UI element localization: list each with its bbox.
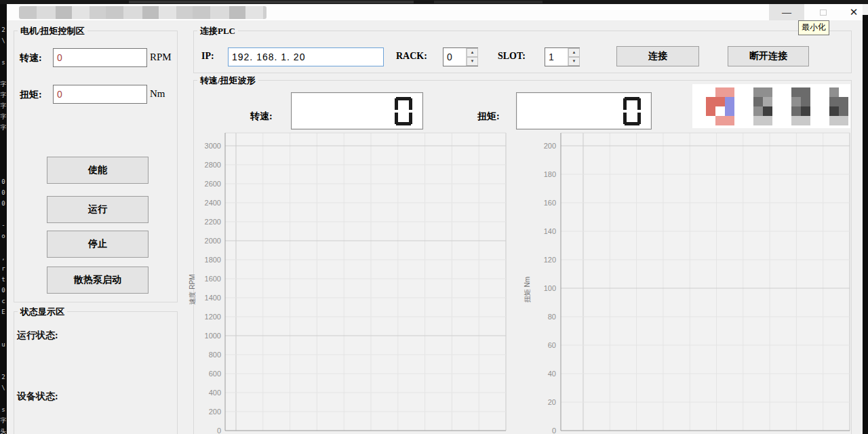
background-top-segment xyxy=(434,1,542,3)
background-top-strip xyxy=(0,0,868,4)
torque-input[interactable] xyxy=(53,85,147,104)
torque-display-label: 扭矩: xyxy=(477,111,500,123)
speed-seven-segment-display xyxy=(291,92,423,130)
stepper-down-button[interactable]: ▼ xyxy=(467,57,478,66)
speed-display-label: 转速: xyxy=(250,111,273,123)
speed-label: 转速: xyxy=(20,52,42,64)
stepper-arrows: ▲ ▼ xyxy=(568,48,579,66)
speed-input[interactable] xyxy=(53,48,147,67)
group-title: 连接PLC xyxy=(197,25,238,37)
torque-unit-label: Nm xyxy=(150,88,165,100)
rack-value: 0 xyxy=(447,52,452,62)
cooling-pump-start-button[interactable]: 散热泵启动 xyxy=(47,267,149,294)
stop-button[interactable]: 停止 xyxy=(47,231,149,258)
torque-seven-segment-display xyxy=(516,92,652,130)
stepper-up-button[interactable]: ▲ xyxy=(568,48,580,57)
group-title: 转速/扭矩波形 xyxy=(197,75,258,87)
background-right-strip xyxy=(863,15,868,434)
stepper-arrows: ▲ ▼ xyxy=(466,48,477,66)
plc-connection-group: 连接PLC IP: RACK: 0 ▲ ▼ SLOT: 1 ▲ ▼ 连接 断开连… xyxy=(193,31,852,73)
minimize-button[interactable]: — xyxy=(769,4,804,20)
background-edge-text: 2 \ s 字 字 字 字 字 0 0 0 - o , r t 0 c E u … xyxy=(0,0,7,434)
run-status-label: 运行状态: xyxy=(17,330,58,342)
background-top-segment xyxy=(129,1,414,3)
slot-value: 1 xyxy=(549,52,554,62)
torque-label: 扭矩: xyxy=(20,89,42,101)
maximize-icon xyxy=(820,9,827,16)
status-display-group: 状态显示区 运行状态: 设备状态: xyxy=(14,311,178,434)
connect-button[interactable]: 连接 xyxy=(616,46,699,66)
run-button[interactable]: 运行 xyxy=(47,196,149,223)
window-title-censored xyxy=(19,6,267,19)
ip-label: IP: xyxy=(201,51,214,62)
company-logo-censored xyxy=(692,84,850,128)
enable-button[interactable]: 使能 xyxy=(47,157,149,184)
window-titlebar: — ✕ xyxy=(7,4,863,20)
motor-torque-control-group: 电机/扭矩控制区 转速: RPM 扭矩: Nm 使能 运行 停止 散热泵启动 xyxy=(14,31,178,302)
minimize-tooltip: 最小化 xyxy=(798,20,829,35)
maximize-button[interactable] xyxy=(807,4,840,20)
slot-label: SLOT: xyxy=(498,51,526,62)
device-status-label: 设备状态: xyxy=(17,391,58,403)
stepper-down-button[interactable]: ▼ xyxy=(568,57,580,66)
rack-label: RACK: xyxy=(396,51,427,62)
slot-stepper[interactable]: 1 ▲ ▼ xyxy=(545,47,580,66)
speed-unit-label: RPM xyxy=(150,52,172,63)
stepper-up-button[interactable]: ▲ xyxy=(467,48,478,57)
speed-torque-waveform-group: 转速/扭矩波形 转速: 扭矩: xyxy=(193,80,852,434)
background-left-strip: 2 \ s 字 字 字 字 字 0 0 0 - o , r t 0 c E u … xyxy=(0,0,7,434)
group-title: 电机/扭矩控制区 xyxy=(18,25,87,37)
group-title: 状态显示区 xyxy=(18,306,67,318)
ip-input[interactable] xyxy=(228,47,384,66)
disconnect-button[interactable]: 断开连接 xyxy=(728,46,809,66)
rack-stepper[interactable]: 0 ▲ ▼ xyxy=(443,47,478,66)
